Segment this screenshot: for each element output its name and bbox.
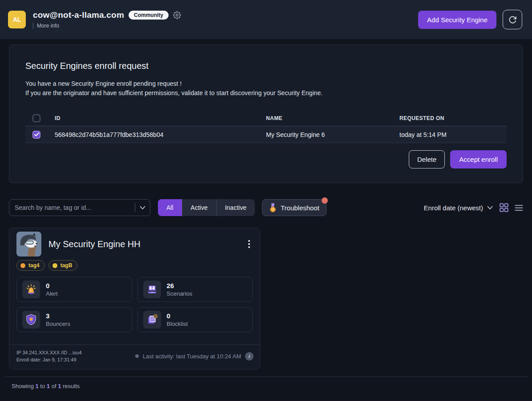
results-start: 1 — [36, 383, 39, 389]
status-filter-tabs: All Active Inactive — [158, 199, 255, 216]
avatar-initials: AL — [13, 16, 21, 23]
engine-ip-id: IP 34.241.XXX.XXX /ID ...isu4 — [16, 349, 82, 356]
gear-icon[interactable] — [173, 11, 181, 19]
results-text: results — [63, 383, 80, 389]
tag-label: tagB — [60, 262, 73, 269]
stat-label: Alert — [46, 290, 58, 297]
search-input[interactable] — [15, 204, 130, 211]
tab-all[interactable]: All — [158, 199, 182, 216]
stat-value: 0 — [167, 312, 188, 320]
account-title: cow@not-a-llama.com — [33, 10, 124, 20]
search-box[interactable] — [9, 199, 150, 216]
results-divider — [4, 377, 528, 377]
chevron-down-icon[interactable] — [140, 206, 145, 210]
stat-value: 26 — [167, 281, 193, 290]
more-info-link[interactable]: More info — [33, 23, 181, 29]
table-row[interactable]: 568498c2d74b5b1a777fdbe313d58b04 My Secu… — [25, 126, 507, 143]
engine-enroll-date: Enroll date: Jan 9, 17:31:49 — [16, 356, 82, 363]
stat-label: Scenarios — [167, 290, 193, 297]
column-header-name: NAME — [266, 115, 399, 121]
results-text: of — [52, 383, 56, 389]
plan-badge: Community — [129, 11, 169, 20]
refresh-button[interactable] — [503, 10, 522, 29]
blocklist-icon — [143, 311, 161, 329]
row-checkbox[interactable] — [32, 131, 40, 139]
stat-tile-blocklist[interactable]: 0 Blocklist — [137, 307, 253, 332]
more-info-divider — [33, 23, 33, 29]
results-total: 1 — [58, 383, 61, 389]
engine-name: My Security Engine HH — [48, 239, 238, 249]
tab-active[interactable]: Active — [182, 199, 216, 216]
refresh-icon — [508, 16, 517, 24]
results-text: Showing — [12, 383, 34, 389]
column-header-id: ID — [55, 115, 266, 121]
chevron-down-icon — [487, 206, 493, 210]
sort-label: Enroll date (newest) — [424, 204, 483, 212]
column-header-requested-on: REQUESTED ON — [399, 115, 507, 121]
account-identity: cow@not-a-llama.com Community More info — [33, 10, 181, 29]
select-all-checkbox[interactable] — [32, 114, 40, 122]
tab-inactive[interactable]: Inactive — [216, 199, 255, 216]
app-header: AL cow@not-a-llama.com Community More in… — [0, 0, 532, 39]
enroll-card-title: Security Engines enroll request — [25, 61, 507, 71]
enroll-table-header: ID NAME REQUESTED ON — [25, 110, 507, 126]
list-view-icon[interactable] — [515, 205, 523, 211]
stat-value: 0 — [46, 281, 58, 290]
avatar: AL — [8, 11, 26, 28]
add-security-engine-button[interactable]: Add Security Engine — [418, 11, 496, 29]
engine-card[interactable]: My Security Engine HH tag4 tagB — [9, 228, 260, 369]
enroll-desc-line2: If you are the originator and have suffi… — [25, 88, 507, 98]
troubleshoot-label: Troubleshoot — [281, 204, 319, 212]
engine-card-footer: IP 34.241.XXX.XXX /ID ...isu4 Enroll dat… — [9, 345, 260, 369]
filter-bar: All Active Inactive Troubleshoot Enroll … — [9, 199, 523, 216]
last-activity-text: Last activity: last Tuesday at 10:24 AM — [143, 353, 241, 360]
row-requested-on: today at 5:14 PM — [399, 131, 507, 138]
stat-label: Blocklist — [167, 320, 188, 328]
more-info-label: More info — [37, 23, 59, 29]
tag-badge[interactable]: tag4 — [16, 260, 45, 271]
tag-dot — [20, 263, 25, 268]
alert-icon — [22, 281, 40, 298]
engine-avatar — [16, 232, 41, 257]
tag-label: tag4 — [28, 262, 40, 269]
tag-dot — [52, 263, 57, 268]
info-icon[interactable]: i — [245, 352, 254, 361]
activity-status-dot — [135, 354, 139, 358]
results-text: to — [40, 383, 45, 389]
notification-dot — [322, 197, 328, 204]
llama-avatar-illustration — [16, 232, 41, 257]
grid-view-icon[interactable] — [500, 203, 508, 212]
results-summary: Showing 1 to 1 of 1 results — [12, 383, 532, 389]
check-icon — [34, 132, 39, 136]
stat-tile-scenarios[interactable]: 26 Scenarios — [137, 277, 253, 302]
troubleshoot-button[interactable]: Troubleshoot — [262, 199, 326, 216]
row-name: My Security Engine 6 — [266, 131, 399, 138]
accept-enroll-button[interactable]: Accept enroll — [450, 150, 507, 168]
delete-button[interactable]: Delete — [409, 150, 445, 168]
enroll-desc-line1: You have a new Security Engine enroll pe… — [25, 79, 507, 88]
search-divider — [135, 203, 135, 212]
enroll-request-card: Security Engines enroll request You have… — [9, 44, 523, 183]
kebab-menu-icon[interactable] — [246, 238, 253, 250]
stat-label: Bouncers — [46, 320, 70, 328]
stat-value: 3 — [46, 312, 70, 320]
tag-badge[interactable]: tagB — [48, 260, 78, 271]
row-id: 568498c2d74b5b1a777fdbe313d58b04 — [55, 131, 266, 138]
scenarios-icon — [143, 281, 161, 298]
stat-tile-alert[interactable]: 0 Alert — [16, 277, 132, 302]
stat-tile-bouncers[interactable]: 3 Bouncers — [16, 307, 132, 332]
results-end: 1 — [47, 383, 50, 389]
medal-icon — [269, 203, 277, 213]
sort-dropdown[interactable]: Enroll date (newest) — [424, 204, 493, 212]
enroll-table: ID NAME REQUESTED ON 568498c2d74b5b1a777… — [25, 110, 507, 143]
bouncers-icon — [22, 311, 40, 329]
